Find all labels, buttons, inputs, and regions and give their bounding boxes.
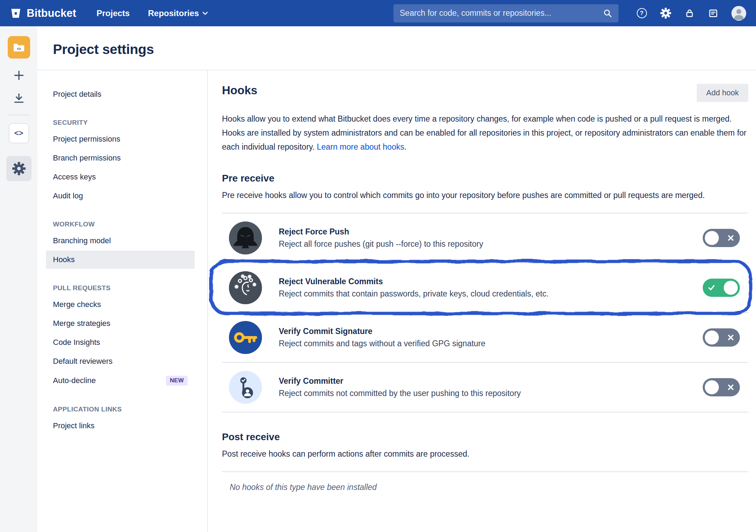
sidebar-item-auto-decline[interactable]: Auto-decline NEW — [46, 371, 195, 390]
hook-toggle-verify-committer[interactable] — [703, 378, 740, 396]
hooks-heading: Hooks — [222, 84, 257, 97]
pre-receive-hook-list: Reject Force Push Reject all force pushe… — [222, 213, 748, 412]
main-area: Project settings Project details SECURIT… — [38, 26, 756, 532]
toggle-knob — [705, 330, 719, 345]
brand-name: Bitbucket — [27, 7, 76, 20]
hook-row-verify-committer: Verify Committer Reject commits not comm… — [222, 363, 748, 412]
sidebar-section-workflow: WORKFLOW — [46, 220, 195, 228]
plus-icon[interactable] — [13, 69, 25, 82]
committer-avatar — [229, 371, 262, 404]
help-icon[interactable]: ? — [636, 8, 647, 19]
toggle-off-x-icon — [727, 384, 734, 391]
sidebar-item-code-insights[interactable]: Code Insights — [46, 333, 195, 352]
sidebar-section-pull-requests: PULL REQUESTS — [46, 284, 195, 292]
hook-row-reject-vulnerable-commits: Reject Vulnerable Commits Reject commits… — [222, 263, 748, 313]
sidebar-section-security: SECURITY — [46, 119, 195, 127]
lock-icon[interactable] — [684, 8, 695, 19]
settings-gear-icon[interactable] — [6, 156, 32, 181]
sidebar-item-audit-log[interactable]: Audit log — [46, 187, 195, 205]
darth-vader-avatar — [229, 221, 262, 254]
user-avatar[interactable] — [731, 6, 746, 21]
svg-text:<>: <> — [17, 47, 21, 51]
hook-toggle-verify-commit-signature[interactable] — [703, 328, 740, 347]
sidebar-section-application-links: APPLICATION LINKS — [46, 405, 195, 413]
page-title: Project settings — [53, 42, 756, 57]
search-icon — [603, 9, 612, 18]
sidebar-item-access-keys[interactable]: Access keys — [46, 168, 195, 186]
learn-more-link[interactable]: Learn more about hooks — [317, 142, 404, 151]
new-badge: NEW — [166, 376, 188, 386]
bitbucket-bucket-icon — [10, 7, 22, 19]
key-avatar — [229, 321, 262, 354]
toggle-knob — [705, 231, 719, 245]
hook-name: Reject Vulnerable Commits — [279, 277, 549, 286]
toggle-knob — [724, 281, 738, 295]
toggle-knob — [705, 380, 719, 394]
hooks-intro: Hooks allow you to extend what Bitbucket… — [222, 112, 748, 154]
post-receive-description: Post receive hooks can perform actions a… — [222, 447, 748, 461]
sidebar-item-branching-model[interactable]: Branching model — [46, 232, 195, 250]
nav-projects[interactable]: Projects — [96, 8, 130, 18]
hook-name: Verify Committer — [279, 376, 521, 386]
pre-receive-title: Pre receive — [222, 173, 748, 184]
bitbucket-logo[interactable]: Bitbucket — [10, 7, 76, 20]
feedback-icon[interactable] — [708, 8, 719, 19]
sidebar-item-branch-permissions[interactable]: Branch permissions — [46, 149, 195, 167]
gear-icon[interactable] — [660, 8, 671, 19]
add-hook-button[interactable]: Add hook — [697, 84, 748, 102]
hook-name: Reject Force Push — [279, 227, 483, 237]
pre-receive-description: Pre receive hooks allow you to control w… — [222, 188, 748, 202]
sidebar-item-project-permissions[interactable]: Project permissions — [46, 130, 195, 148]
hook-description: Reject commits and tags without a verifi… — [279, 339, 485, 348]
rail-divider — [8, 115, 30, 115]
download-icon[interactable] — [13, 92, 25, 105]
hook-row-verify-commit-signature: Verify Commit Signature Reject commits a… — [222, 313, 748, 363]
toggle-on-check-icon — [708, 284, 715, 292]
top-nav-icons: ? — [636, 6, 746, 21]
toggle-off-x-icon — [727, 234, 734, 241]
hook-row-reject-force-push: Reject Force Push Reject all force pushe… — [222, 213, 748, 263]
nav-repositories[interactable]: Repositories — [148, 8, 208, 18]
hook-description: Reject commits not committed by the user… — [279, 389, 521, 398]
sidebar-item-merge-strategies[interactable]: Merge strategies — [46, 314, 195, 333]
hook-toggle-reject-vulnerable-commits[interactable] — [703, 279, 740, 297]
hook-description: Reject all force pushes (git push --forc… — [279, 239, 483, 249]
sidebar-item-merge-checks[interactable]: Merge checks — [46, 295, 195, 314]
medusa-avatar — [229, 271, 262, 304]
sidebar-item-project-links[interactable]: Project links — [46, 417, 195, 435]
toggle-off-x-icon — [727, 334, 734, 341]
sidebar-item-hooks[interactable]: Hooks — [46, 251, 195, 269]
app-rail: <> <> — [0, 26, 38, 532]
global-search — [393, 4, 619, 22]
top-navigation: Bitbucket Projects Repositories ? — [0, 0, 756, 26]
post-receive-empty-message: No hooks of this type have been installe… — [222, 472, 748, 492]
settings-sidebar: Project details SECURITY Project permiss… — [38, 70, 208, 532]
code-icon[interactable]: <> — [9, 123, 29, 143]
page-header: Project settings — [38, 26, 756, 70]
sidebar-item-project-details[interactable]: Project details — [46, 85, 195, 103]
search-input[interactable] — [400, 8, 603, 18]
project-avatar-icon[interactable]: <> — [8, 36, 30, 59]
post-receive-title: Post receive — [222, 431, 748, 443]
top-nav-links: Projects Repositories — [96, 8, 208, 18]
chevron-down-icon — [202, 12, 208, 15]
hook-toggle-reject-force-push[interactable] — [703, 229, 740, 247]
hooks-content: Hooks Add hook Hooks allow you to extend… — [208, 70, 756, 532]
sidebar-item-default-reviewers[interactable]: Default reviewers — [46, 352, 195, 370]
hook-name: Verify Commit Signature — [279, 327, 485, 336]
hook-description: Reject commits that contain passwords, p… — [279, 289, 549, 299]
